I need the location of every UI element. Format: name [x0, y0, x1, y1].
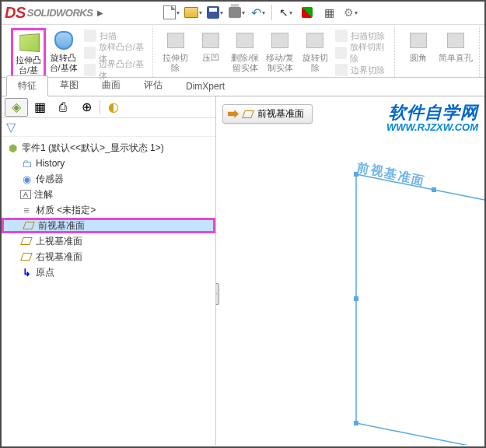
tree-right-plane[interactable]: 右视基准面	[2, 249, 215, 264]
boundary-icon	[84, 64, 96, 76]
hole-icon	[202, 33, 219, 48]
grid-icon: ▦	[34, 100, 46, 114]
graphics-viewport[interactable]: 前视基准面 前视基准面	[216, 96, 484, 445]
revolve-icon	[54, 31, 73, 50]
tree-top-plane[interactable]: 上视基准面	[2, 233, 215, 249]
config-tab[interactable]: ⎙	[51, 98, 75, 117]
ptab-sep	[100, 100, 100, 114]
tree-root[interactable]: ⬢ 零件1 (默认<<默认>_显示状态 1>)	[2, 140, 215, 156]
undo-icon: ↶	[251, 5, 261, 20]
app-logo: DS SOLIDWORKS	[5, 4, 93, 22]
app-menu-arrow-icon[interactable]: ▶	[97, 9, 103, 17]
loft-icon	[84, 47, 96, 59]
ribbon-group-boss: 拉伸凸台/基体 旋转凸台/基体 扫描 放样凸台/基体 边界凸台/基体	[6, 26, 153, 77]
watermark: 软件自学网 WWW.RJZXW.COM	[386, 101, 478, 133]
tree-material[interactable]: ≡ 材质 <未指定>	[2, 202, 215, 218]
workspace: ◈ ▦ ⎙ ⊕ ◐ ▽ ⬢ 零件1 (默认<<默认>_显示状态 1>) 🗀 Hi…	[2, 96, 484, 445]
tree-annotations[interactable]: A 注解	[2, 187, 215, 202]
hole-button[interactable]: 压凹	[193, 28, 228, 65]
print-icon	[229, 7, 241, 18]
revolve-cut-button[interactable]: 旋转切除	[298, 28, 333, 75]
boss-sub-list: 扫描 放样凸台/基体 边界凸台/基体	[81, 28, 148, 78]
tree-history[interactable]: 🗀 History	[2, 156, 215, 171]
dim-tab[interactable]: ⊕	[75, 98, 98, 117]
feature-tree: ⬢ 零件1 (默认<<默认>_显示状态 1>) 🗀 History ◉ 传感器 …	[2, 137, 215, 283]
sensor-icon: ◉	[20, 173, 33, 185]
tree-origin[interactable]: ↳ 原点	[2, 264, 215, 280]
command-manager-tabs: 特征 草图 曲面 评估 DimXpert	[2, 78, 484, 96]
svg-marker-0	[356, 174, 484, 445]
target-icon: ⊕	[82, 100, 92, 114]
quick-access-toolbar: ▾ ▾ ▾ ▾ ↶▾ ↖▾ ▦ ⚙▾	[161, 3, 361, 22]
feature-manager-panel: ◈ ▦ ⎙ ⊕ ◐ ▽ ⬢ 零件1 (默认<<默认>_显示状态 1>) 🗀 Hi…	[2, 96, 216, 445]
select-button[interactable]: ↖▾	[275, 3, 295, 22]
part-icon: ⬢	[6, 142, 19, 154]
save-icon	[207, 6, 219, 19]
display-icon: ◐	[108, 100, 119, 114]
tree-icon: ◈	[12, 100, 21, 114]
save-button[interactable]: ▾	[205, 3, 225, 22]
simplehole-icon	[447, 33, 464, 48]
move-copy-button[interactable]: 移动/复制实体	[263, 28, 298, 75]
new-icon	[163, 5, 176, 19]
tab-sketch[interactable]: 草图	[48, 75, 90, 96]
revolve-label: 旋转凸台/基体	[47, 53, 79, 73]
loft-cut-button[interactable]: 放样切割除	[335, 45, 390, 61]
svg-rect-4	[354, 296, 358, 301]
boundary-cut-button[interactable]: 边界切除	[335, 62, 390, 78]
qat-separator	[271, 5, 272, 20]
history-icon: 🗀	[20, 157, 33, 170]
panel-resize-handle[interactable]	[216, 283, 219, 305]
fillet-button[interactable]: 圆角	[400, 28, 437, 65]
feature-tree-tab[interactable]: ◈	[5, 98, 28, 117]
sweepcut-icon	[335, 30, 348, 42]
breadcrumb-arrow-icon	[228, 109, 239, 120]
extrude-cut-button[interactable]: 拉伸切除	[158, 28, 193, 75]
rebuild-button[interactable]	[297, 3, 317, 22]
filter-row: ▽	[2, 118, 215, 137]
settings-button[interactable]: ▦	[319, 3, 339, 22]
tab-evaluate[interactable]: 评估	[132, 75, 174, 96]
ribbon: 拉伸凸台/基体 旋转凸台/基体 扫描 放样凸台/基体 边界凸台/基体 拉伸切除 …	[2, 25, 484, 78]
tab-feature[interactable]: 特征	[6, 75, 48, 96]
revcut-icon	[306, 33, 323, 48]
sweep-icon	[84, 30, 96, 42]
svg-rect-6	[354, 421, 358, 425]
extrude-cut-icon	[167, 33, 184, 48]
undo-button[interactable]: ↶▾	[248, 3, 268, 22]
fillet-icon	[410, 33, 427, 48]
material-icon: ≡	[20, 204, 33, 216]
filter-icon[interactable]: ▽	[6, 120, 16, 135]
cut-sub-list: 扫描切除 放样切割除 边界切除	[332, 28, 390, 78]
tab-surface[interactable]: 曲面	[90, 75, 132, 96]
origin-icon: ↳	[20, 266, 33, 278]
delete-keep-button[interactable]: 删除/保留实体	[228, 28, 263, 75]
breadcrumb[interactable]: 前视基准面	[222, 104, 313, 124]
extrude-icon	[19, 33, 40, 52]
plane-icon	[242, 110, 254, 118]
plane-icon	[23, 219, 35, 232]
plane-icon	[20, 235, 33, 247]
tree-front-plane[interactable]: 前视基准面	[2, 218, 215, 233]
revolve-boss-button[interactable]: 旋转凸台/基体	[46, 28, 81, 75]
panel-tabs: ◈ ▦ ⎙ ⊕ ◐	[2, 96, 215, 118]
cursor-icon: ↖	[279, 6, 288, 19]
move-icon	[271, 33, 288, 48]
ribbon-group-cut: 拉伸切除 压凹 删除/保留实体 移动/复制实体 旋转切除 扫描切除 放样切割除 …	[153, 26, 395, 77]
app-name: SOLIDWORKS	[27, 7, 93, 19]
boundcut-icon	[335, 64, 348, 76]
print-button[interactable]: ▾	[226, 3, 246, 22]
rebuild-icon	[302, 7, 313, 18]
tab-dimxpert[interactable]: DimXpert	[174, 77, 236, 96]
display-tab[interactable]: ◐	[102, 98, 125, 117]
options-button[interactable]: ⚙▾	[341, 3, 361, 22]
front-plane-3d[interactable]	[348, 159, 484, 445]
open-icon	[184, 7, 198, 18]
loftcut-icon	[335, 47, 347, 59]
open-button[interactable]: ▾	[183, 3, 203, 22]
tree-sensors[interactable]: ◉ 传感器	[2, 171, 215, 187]
property-tab[interactable]: ▦	[28, 98, 51, 117]
delete-icon	[236, 33, 253, 48]
new-button[interactable]: ▾	[161, 3, 181, 22]
simple-hole-button[interactable]: 简单直孔	[437, 28, 474, 65]
